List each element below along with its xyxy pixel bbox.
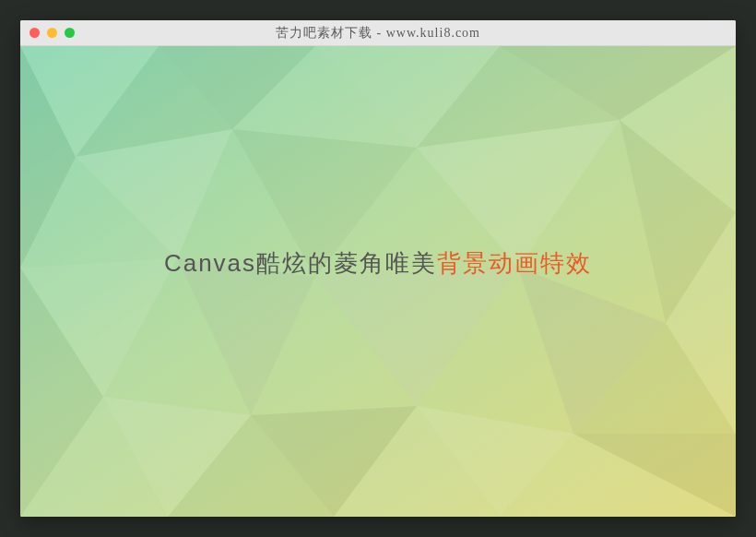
content-area: Canvas酷炫的菱角唯美背景动画特效	[20, 46, 736, 517]
headline-accent: 背景动画特效	[437, 248, 592, 276]
browser-window: 苦力吧素材下载 - www.kuli8.com	[20, 20, 736, 517]
window-controls	[30, 28, 75, 38]
minimize-icon[interactable]	[47, 28, 57, 38]
close-icon[interactable]	[30, 28, 40, 38]
window-title: 苦力吧素材下载 - www.kuli8.com	[20, 25, 736, 42]
maximize-icon[interactable]	[65, 28, 75, 38]
headline: Canvas酷炫的菱角唯美背景动画特效	[20, 246, 736, 279]
polygon-background	[20, 46, 736, 517]
titlebar: 苦力吧素材下载 - www.kuli8.com	[20, 20, 736, 46]
headline-text: Canvas酷炫的菱角唯美	[164, 248, 437, 276]
